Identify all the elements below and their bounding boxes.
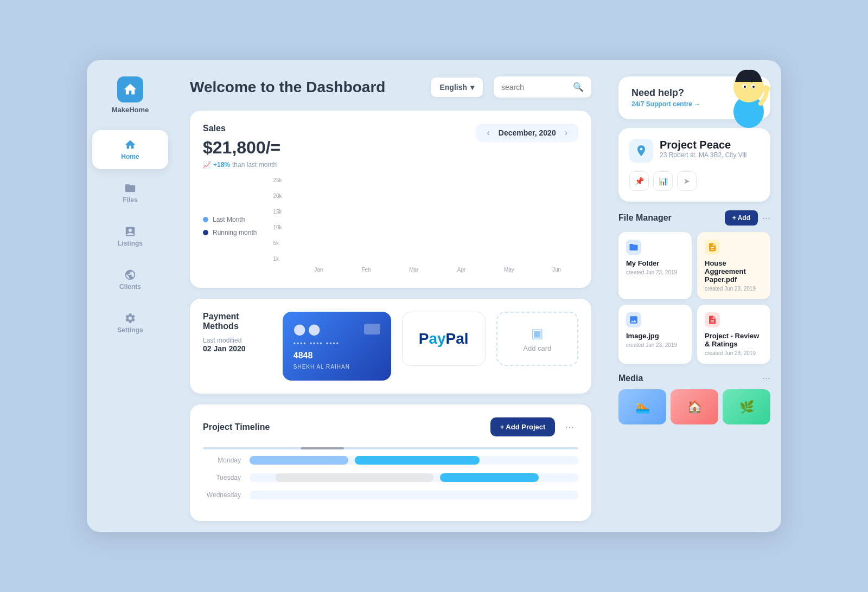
tuesday-bar2: [440, 473, 539, 482]
fm-more-button[interactable]: ···: [762, 213, 770, 224]
timeline-row-wednesday: Wednesday: [203, 491, 578, 499]
files-icon: [124, 182, 136, 194]
payment-row: Payment Methods Last modified 02 Jan 202…: [203, 312, 578, 381]
support-link[interactable]: 24/7 Support centre →: [631, 100, 700, 108]
sales-section: Sales $21,800/= 📈 +18% than last month ‹…: [190, 111, 591, 288]
monday-bar2: [355, 456, 480, 465]
legend-last-month: Last Month: [203, 216, 257, 223]
day-monday: Monday: [203, 456, 241, 464]
image-icon: [626, 312, 641, 327]
card-name: SHEKH AL RAIHAN: [293, 364, 380, 370]
legend-running-month: Running month: [203, 229, 257, 236]
page-title: Welcome to the Dashboard: [190, 79, 420, 96]
svg-point-6: [762, 85, 770, 93]
monday-bars: [250, 456, 578, 465]
language-selector[interactable]: English ▾: [431, 78, 483, 97]
project-address: 23 Robert st. MA 3B2, City Vill: [660, 151, 747, 159]
timeline-row-monday: Monday: [203, 456, 578, 465]
day-tuesday: Tuesday: [203, 474, 241, 481]
sidebar-item-home[interactable]: Home: [92, 130, 168, 169]
media-thumb-3[interactable]: 🌿: [723, 389, 770, 424]
month-nav: ‹ December, 2020 ›: [476, 124, 578, 142]
chart-area: Last Month Running month 25k 20k 15k 10k…: [203, 177, 578, 275]
credit-card: ⬤ ⬤ •••• •••• •••• 4848 SHEKH AL RAIHAN: [283, 312, 391, 381]
growth-suffix: than last month: [232, 161, 277, 169]
svg-point-4: [744, 86, 746, 88]
add-card-label: Add card: [523, 344, 551, 352]
sales-title: Sales: [203, 124, 476, 133]
app-name: MakeHome: [112, 106, 149, 114]
add-card-button[interactable]: ▣ Add card: [496, 312, 578, 366]
sidebar-item-files[interactable]: Files: [92, 173, 168, 213]
timeline-more-button[interactable]: ···: [560, 419, 578, 435]
project-peace-icon: [629, 139, 653, 163]
help-text: Need help? 24/7 Support centre →: [631, 87, 700, 108]
bar-chart-container: 25k 20k 15k 10k 5k 1k Jan: [273, 177, 578, 275]
project-name: Project Peace: [660, 139, 747, 151]
sales-growth: 📈 +18% than last month: [203, 161, 476, 169]
media-section: Media ··· 🏊 🏠 🌿: [618, 372, 770, 424]
month-label: December, 2020: [499, 128, 556, 137]
image-date: created Jun 23, 2019: [626, 342, 684, 348]
project-chart-button[interactable]: 📊: [653, 171, 673, 191]
sales-left: Sales $21,800/= 📈 +18% than last month: [203, 124, 476, 169]
payment-title: Payment Methods: [203, 312, 272, 331]
timeline-row-tuesday: Tuesday: [203, 473, 578, 482]
logo-icon: [117, 76, 143, 102]
payment-section: Payment Methods Last modified 02 Jan 202…: [190, 299, 591, 394]
card-brand-icon: ⬤ ⬤: [293, 323, 321, 336]
file-manager: File Manager + Add ··· My Folder created…: [618, 210, 770, 364]
search-bar: 🔍: [494, 76, 591, 98]
media-thumbs: 🏊 🏠 🌿: [618, 389, 770, 424]
doc-name: Project - Review & Ratings: [705, 332, 763, 348]
bars: Jan Feb Mar: [297, 177, 578, 262]
nav-clients-label: Clients: [119, 283, 141, 291]
monday-bar1: [250, 456, 348, 465]
tuesday-bars: [250, 473, 578, 482]
payment-info: Payment Methods Last modified 02 Jan 202…: [203, 312, 272, 353]
media-thumb-2[interactable]: 🏠: [671, 389, 718, 424]
image-name: Image.jpg: [626, 332, 684, 340]
sidebar-item-settings[interactable]: Settings: [92, 304, 168, 343]
sidebar-item-clients[interactable]: Clients: [92, 260, 168, 299]
fm-item-image[interactable]: Image.jpg created Jun 23, 2019: [618, 305, 692, 364]
wednesday-bars: [250, 491, 578, 499]
media-title: Media: [618, 374, 762, 383]
card-dots: •••• •••• ••••: [293, 340, 380, 348]
sidebar-item-listings[interactable]: Listings: [92, 217, 168, 256]
nav-home-label: Home: [121, 153, 139, 160]
paypal-payment[interactable]: P ay Pal: [402, 312, 486, 366]
home-icon: [124, 139, 136, 151]
fm-item-pdf[interactable]: House Aggreement Paper.pdf created Jun 2…: [697, 232, 770, 299]
folder-date: created Jun 23, 2019: [626, 269, 684, 275]
project-pin-button[interactable]: 📌: [629, 171, 649, 191]
media-more-button[interactable]: ···: [762, 372, 770, 384]
prev-month-button[interactable]: ‹: [484, 128, 492, 138]
project-share-button[interactable]: ➤: [677, 171, 697, 191]
doc-date: created Jun 23, 2019: [705, 350, 763, 356]
fm-item-doc[interactable]: Project - Review & Ratings created Jun 2…: [697, 305, 770, 364]
project-info: Project Peace 23 Robert st. MA 3B2, City…: [660, 139, 747, 159]
top-bar: Welcome to the Dashboard English ▾ 🔍: [190, 76, 591, 98]
sidebar: MakeHome Home Files Listings Clients Set…: [87, 60, 174, 532]
clients-icon: [124, 269, 136, 281]
search-input[interactable]: [501, 83, 569, 92]
nav-settings-label: Settings: [117, 326, 143, 334]
fm-grid: My Folder created Jun 23, 2019 House Agg…: [618, 232, 770, 364]
add-project-button[interactable]: + Add Project: [490, 417, 556, 436]
media-header: Media ···: [618, 372, 770, 384]
fm-item-folder[interactable]: My Folder created Jun 23, 2019: [618, 232, 692, 299]
chart-legend: Last Month Running month: [203, 177, 262, 275]
fm-add-button[interactable]: + Add: [725, 210, 758, 226]
language-label: English: [439, 83, 467, 92]
listings-icon: [124, 226, 136, 237]
pdf-date: created Jun 23, 2019: [705, 286, 763, 292]
card-number: 4848: [293, 351, 313, 361]
pdf-name: House Aggreement Paper.pdf: [705, 259, 763, 284]
media-thumb-1[interactable]: 🏊: [618, 389, 666, 424]
right-panel: Need help? 24/7 Support centre →: [608, 60, 781, 532]
timeline-scrollbar[interactable]: [203, 447, 578, 449]
svg-point-5: [752, 86, 755, 88]
next-month-button[interactable]: ›: [563, 128, 570, 138]
sales-right: ‹ December, 2020 ›: [476, 124, 578, 142]
